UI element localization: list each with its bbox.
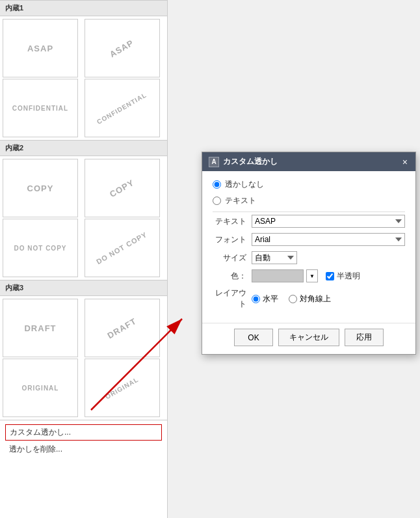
watermark-copy-normal-text: COPY: [27, 184, 54, 193]
cancel-button[interactable]: キャンセル: [278, 329, 339, 346]
watermark-asap-normal-text: ASAP: [27, 44, 53, 53]
layout-field-label: レイアウト: [213, 288, 252, 310]
bottom-buttons-area: カスタム透かし... 透かしを削除...: [0, 420, 167, 461]
text-watermark-label[interactable]: テキスト: [225, 195, 256, 206]
watermark-original-diagonal-text: ORIGINAL: [104, 375, 140, 400]
watermark-asap-diagonal[interactable]: ASAP: [85, 19, 160, 77]
watermark-asap-normal[interactable]: ASAP: [3, 19, 78, 77]
watermark-copy-diagonal-text: COPY: [108, 177, 136, 198]
watermark-copy-normal[interactable]: COPY: [3, 159, 78, 217]
naizo1-grid: ASAP ASAP CONFIDENTIAL CONFIDENTIAL: [0, 16, 167, 140]
ok-button[interactable]: OK: [234, 329, 273, 346]
watermark-donotcopy-normal-text: DO NOT COPY: [14, 245, 66, 252]
layout-diagonal-label[interactable]: 対角線上: [300, 293, 331, 305]
text-field-label: テキスト: [213, 216, 252, 227]
delete-watermark-button[interactable]: 透かしを削除...: [5, 442, 162, 457]
layout-radio-group: 水平 対角線上: [252, 293, 331, 305]
layout-horizontal-item: 水平: [252, 293, 278, 305]
watermark-draft-diagonal[interactable]: DRAFT: [85, 299, 160, 357]
layout-diagonal-radio[interactable]: [289, 295, 297, 303]
watermark-confidential-normal[interactable]: CONFIDENTIAL: [3, 79, 78, 137]
semi-transparent-text: 半透明: [337, 271, 360, 282]
color-dropdown-button[interactable]: ▼: [306, 269, 318, 282]
semi-transparent-checkbox[interactable]: [326, 272, 334, 280]
font-field-select[interactable]: Arial Times New Roman Calibri: [252, 233, 405, 246]
layout-diagonal-item: 対角線上: [289, 293, 331, 305]
watermark-donotcopy-diagonal-text: DO NOT COPY: [95, 230, 148, 266]
naizo3-grid: DRAFT DRAFT ORIGINAL ORIGINAL: [0, 296, 167, 420]
color-swatch[interactable]: [252, 269, 304, 282]
watermark-copy-diagonal[interactable]: COPY: [85, 159, 160, 217]
no-watermark-label[interactable]: 透かしなし: [225, 179, 264, 190]
watermark-draft-normal[interactable]: DRAFT: [3, 299, 78, 357]
naizo2-grid: COPY COPY DO NOT COPY DO NOT COPY: [0, 156, 167, 280]
dialog-title-text: カスタム透かし: [223, 156, 278, 167]
text-field-row: テキスト ASAP CONFIDENTIAL COPY DO NOT COPY …: [213, 215, 405, 228]
watermark-draft-diagonal-text: DRAFT: [106, 316, 138, 340]
text-watermark-row: テキスト: [213, 195, 405, 206]
custom-watermark-dialog: A カスタム透かし × 透かしなし テキスト テキスト ASAP CONFIDE…: [202, 152, 416, 355]
size-field-select[interactable]: 自動 10 12 14 16 18 20 24 28 36 48 72: [252, 251, 297, 264]
watermark-confidential-diagonal[interactable]: CONFIDENTIAL: [85, 79, 160, 137]
dialog-close-button[interactable]: ×: [401, 157, 409, 167]
watermark-list-panel: 内蔵1 ASAP ASAP CONFIDENTIAL CONFIDENTIAL …: [0, 0, 168, 518]
color-swatch-container: ▼ 半透明: [252, 269, 360, 282]
dialog-body: 透かしなし テキスト テキスト ASAP CONFIDENTIAL COPY D…: [202, 171, 415, 323]
watermark-draft-normal-text: DRAFT: [24, 323, 56, 333]
watermark-donotcopy-diagonal[interactable]: DO NOT COPY: [85, 219, 160, 277]
layout-horizontal-radio[interactable]: [252, 295, 260, 303]
section-naizo1: 内蔵1: [0, 0, 167, 16]
watermark-confidential-normal-text: CONFIDENTIAL: [12, 105, 68, 112]
text-watermark-radio[interactable]: [213, 197, 221, 205]
text-field-select[interactable]: ASAP CONFIDENTIAL COPY DO NOT COPY DRAFT…: [252, 215, 405, 228]
dialog-titlebar: A カスタム透かし ×: [202, 152, 415, 171]
dialog-title-left: A カスタム透かし: [209, 156, 278, 167]
watermark-original-normal-text: ORIGINAL: [22, 385, 59, 392]
separator1: [213, 211, 405, 212]
font-field-row: フォント Arial Times New Roman Calibri: [213, 233, 405, 246]
no-watermark-row: 透かしなし: [213, 179, 405, 190]
custom-watermark-button[interactable]: カスタム透かし...: [5, 424, 162, 441]
dialog-footer: OK キャンセル 応用: [202, 323, 415, 354]
no-watermark-radio[interactable]: [213, 180, 221, 189]
dialog-app-icon: A: [209, 157, 219, 167]
apply-button[interactable]: 応用: [345, 329, 384, 346]
color-field-row: 色： ▼ 半透明: [213, 269, 405, 282]
layout-horizontal-label[interactable]: 水平: [263, 293, 278, 305]
watermark-confidential-diagonal-text: CONFIDENTIAL: [96, 91, 148, 126]
watermark-original-normal[interactable]: ORIGINAL: [3, 359, 78, 417]
section-naizo2: 内蔵2: [0, 140, 167, 156]
font-field-label: フォント: [213, 234, 252, 245]
layout-field-row: レイアウト 水平 対角線上: [213, 288, 405, 310]
watermark-asap-diagonal-text: ASAP: [108, 37, 135, 59]
semi-transparent-label[interactable]: 半透明: [326, 271, 360, 282]
size-field-label: サイズ: [213, 252, 252, 264]
color-field-label: 色：: [213, 271, 252, 282]
watermark-original-diagonal[interactable]: ORIGINAL: [85, 359, 160, 417]
size-field-row: サイズ 自動 10 12 14 16 18 20 24 28 36 48 72: [213, 251, 405, 264]
watermark-donotcopy-normal[interactable]: DO NOT COPY: [3, 219, 78, 277]
section-naizo3: 内蔵3: [0, 280, 167, 296]
